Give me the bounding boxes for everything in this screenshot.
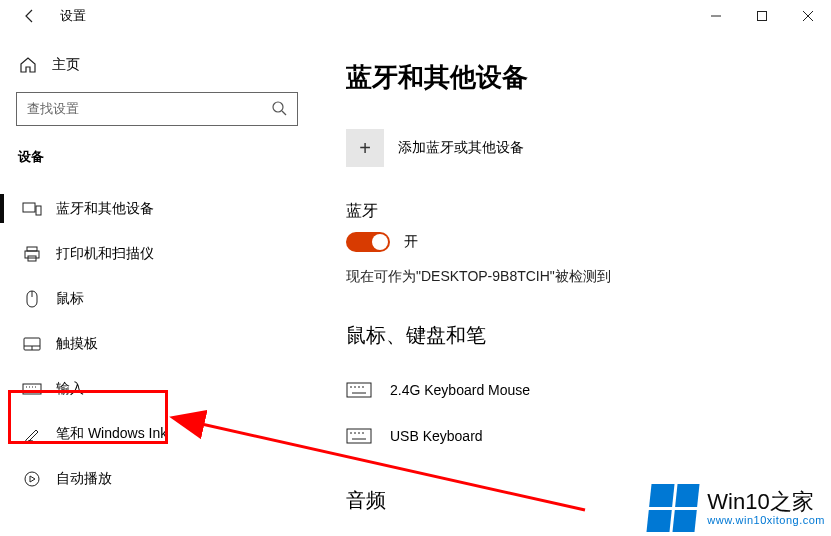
svg-rect-5: [36, 206, 41, 215]
svg-rect-6: [27, 247, 37, 251]
device-item[interactable]: 2.4G Keyboard Mouse: [346, 367, 831, 413]
watermark: Win10之家 www.win10xitong.com: [649, 484, 825, 532]
sidebar-item-autoplay[interactable]: 自动播放: [12, 456, 306, 501]
mouse-keyboard-heading: 鼠标、键盘和笔: [346, 322, 831, 349]
keyboard-icon: [22, 383, 42, 395]
svg-rect-7: [25, 251, 39, 258]
sidebar-item-label: 蓝牙和其他设备: [56, 200, 154, 218]
devices-icon: [22, 201, 42, 217]
back-button[interactable]: [18, 4, 42, 28]
device-name: USB Keyboard: [390, 428, 483, 444]
device-item[interactable]: USB Keyboard: [346, 413, 831, 459]
svg-rect-4: [23, 203, 35, 212]
page-title: 蓝牙和其他设备: [346, 60, 831, 95]
plus-icon: +: [346, 129, 384, 167]
pen-icon: [22, 425, 42, 443]
svg-rect-21: [347, 383, 371, 397]
main-content: 蓝牙和其他设备 + 添加蓝牙或其他设备 蓝牙 开 现在可作为"DESKTOP-9…: [318, 32, 831, 536]
sidebar-item-label: 鼠标: [56, 290, 84, 308]
watermark-brand: Win10之家: [707, 490, 825, 514]
svg-point-2: [273, 102, 283, 112]
home-link[interactable]: 主页: [12, 52, 306, 92]
sidebar-item-typing[interactable]: 输入: [12, 366, 306, 411]
keyboard-icon: [346, 428, 372, 444]
mouse-icon: [22, 290, 42, 308]
svg-point-20: [25, 472, 39, 486]
sidebar-section-label: 设备: [18, 148, 306, 166]
svg-rect-1: [758, 12, 767, 21]
sidebar-item-touchpad[interactable]: 触摸板: [12, 321, 306, 366]
autoplay-icon: [22, 470, 42, 488]
keyboard-icon: [346, 382, 372, 398]
printer-icon: [22, 245, 42, 263]
bluetooth-toggle[interactable]: [346, 232, 390, 252]
watermark-url: www.win10xitong.com: [707, 514, 825, 526]
search-input[interactable]: 查找设置: [16, 92, 298, 126]
device-name: 2.4G Keyboard Mouse: [390, 382, 530, 398]
sidebar-item-pen[interactable]: 笔和 Windows Ink: [12, 411, 306, 456]
sidebar: 主页 查找设置 设备 蓝牙和其他设备 打印机和扫描仪 鼠标: [0, 32, 318, 536]
search-icon: [271, 100, 287, 119]
sidebar-item-label: 自动播放: [56, 470, 112, 488]
toggle-state-label: 开: [404, 233, 418, 251]
sidebar-item-label: 输入: [56, 380, 84, 398]
add-device-button[interactable]: + 添加蓝牙或其他设备: [346, 129, 831, 167]
sidebar-item-mouse[interactable]: 鼠标: [12, 276, 306, 321]
home-icon: [18, 56, 38, 74]
svg-rect-14: [23, 384, 41, 394]
windows-logo-icon: [647, 484, 700, 532]
svg-line-3: [282, 111, 286, 115]
touchpad-icon: [22, 337, 42, 351]
discoverable-status: 现在可作为"DESKTOP-9B8TCIH"被检测到: [346, 268, 831, 286]
sidebar-item-label: 笔和 Windows Ink: [56, 425, 167, 443]
close-button[interactable]: [785, 0, 831, 32]
add-device-label: 添加蓝牙或其他设备: [398, 139, 524, 157]
maximize-button[interactable]: [739, 0, 785, 32]
sidebar-item-bluetooth[interactable]: 蓝牙和其他设备: [12, 186, 306, 231]
window-title: 设置: [60, 7, 86, 25]
sidebar-item-printers[interactable]: 打印机和扫描仪: [12, 231, 306, 276]
sidebar-item-label: 打印机和扫描仪: [56, 245, 154, 263]
svg-rect-27: [347, 429, 371, 443]
bluetooth-heading: 蓝牙: [346, 201, 831, 222]
sidebar-item-label: 触摸板: [56, 335, 98, 353]
home-label: 主页: [52, 56, 80, 74]
minimize-button[interactable]: [693, 0, 739, 32]
search-placeholder: 查找设置: [27, 100, 271, 118]
